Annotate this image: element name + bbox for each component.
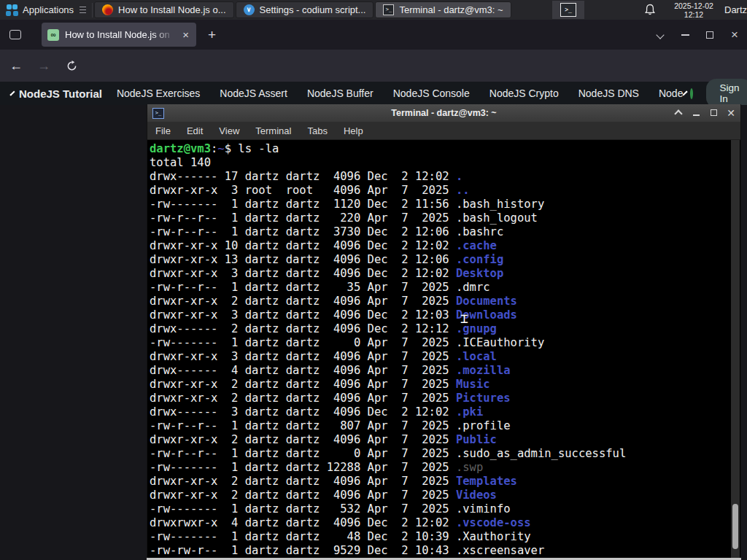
terminal-scrollbar[interactable]: [731, 140, 740, 558]
menu-view[interactable]: View: [211, 125, 247, 136]
menu-edit[interactable]: Edit: [179, 125, 211, 136]
terminal-content: dartz@vm3:~$ ls -la total 140 drwx------…: [147, 140, 740, 558]
nav-scroll-left-icon[interactable]: [9, 90, 15, 96]
gfg-favicon: ∞: [47, 29, 59, 41]
terminal-icon: >_: [383, 4, 394, 15]
xubuntu-logo-icon: [6, 4, 18, 16]
close-icon[interactable]: ✕: [726, 108, 736, 118]
browser-close-button[interactable]: ×: [722, 20, 747, 50]
file-name: .cache: [456, 239, 497, 252]
file-name: .config: [456, 253, 503, 266]
file-name: Music: [456, 378, 490, 391]
clock-date: 2025-12-02: [667, 1, 720, 10]
mouse-ibeam-cursor: ⌶: [460, 311, 468, 326]
scrollbar-thumb[interactable]: [732, 504, 738, 549]
file-name: .ICEauthority: [456, 336, 544, 349]
minimize-icon: [681, 34, 689, 36]
top-panel: Applications How to Install Node.js o...…: [0, 0, 747, 20]
file-name: Documents: [456, 295, 517, 308]
nav-link-console[interactable]: NodeJS Console: [393, 88, 470, 99]
file-name: Pictures: [456, 392, 511, 405]
file-name: Templates: [456, 475, 517, 488]
taskbar-button-terminal[interactable]: >_ Terminal - dartz@vm3: ~: [375, 1, 511, 18]
terminal-window: >_ Terminal - dartz@vm3: ~ ✕ File Edit V…: [147, 104, 741, 558]
browser-minimize-button[interactable]: [673, 20, 697, 50]
minimize-icon[interactable]: [693, 114, 700, 116]
file-name: Videos: [456, 489, 497, 502]
nav-link-dns[interactable]: NodeJS DNS: [578, 88, 639, 99]
nav-link-buffer[interactable]: NodeJS Buffer: [307, 88, 374, 99]
terminal-titlebar[interactable]: >_ Terminal - dartz@vm3: ~ ✕: [147, 104, 740, 122]
taskbar-button-codium[interactable]: ∨ Settings - codium script...: [236, 1, 374, 18]
taskbar-button-title: How to Install Node.js o...: [118, 4, 225, 15]
sign-in-button[interactable]: Sign In: [706, 79, 747, 108]
firefox-view-icon[interactable]: [9, 30, 21, 39]
applications-label: Applications: [23, 4, 74, 15]
notification-bell-icon[interactable]: [644, 4, 656, 16]
desktop: Applications How to Install Node.js o...…: [0, 0, 747, 560]
search-icon[interactable]: [690, 88, 693, 99]
file-name: Public: [456, 433, 497, 446]
taskbar-button-firefox[interactable]: How to Install Node.js o...: [94, 1, 233, 18]
browser-maximize-button[interactable]: [697, 20, 722, 50]
file-name: .xscreensaver: [456, 544, 544, 557]
menu-tabs[interactable]: Tabs: [299, 125, 335, 136]
tab-title: How to Install Node.js on: [65, 29, 175, 40]
terminal-launcher[interactable]: >_: [552, 1, 584, 19]
file-name: .bash_logout: [456, 211, 538, 225]
file-name: .bashrc: [456, 225, 503, 238]
reload-button[interactable]: [60, 54, 83, 77]
forward-button[interactable]: →: [32, 54, 55, 77]
nav-link-assert[interactable]: NodeJS Assert: [220, 88, 287, 99]
codium-icon: ∨: [244, 4, 255, 15]
user-menu[interactable]: Dartz: [724, 4, 747, 15]
file-name: ..: [456, 184, 470, 197]
file-name: .bash_history: [456, 198, 544, 211]
firefox-tab-bar: ∞ How to Install Node.js on × + ×: [0, 20, 747, 50]
file-name: .mozilla: [456, 364, 511, 377]
applications-menu-button[interactable]: Applications: [0, 0, 92, 20]
file-name: .: [456, 170, 462, 183]
shade-icon[interactable]: [674, 109, 682, 117]
tab-close-icon[interactable]: ×: [181, 28, 190, 41]
list-tabs-button[interactable]: [648, 20, 673, 50]
firefox-toolbar: ← → https://www.geeksforgeeks.org/node-j…: [0, 50, 747, 82]
taskbar: How to Install Node.js o... ∨ Settings -…: [93, 0, 511, 20]
menu-lines-icon: [80, 7, 86, 13]
menu-file[interactable]: File: [147, 125, 179, 136]
terminal-title: Terminal - dartz@vm3: ~: [147, 108, 740, 118]
site-navbar: NodeJS Tutorial NodeJS Exercises NodeJS …: [0, 82, 747, 105]
terminal-menubar: File Edit View Terminal Tabs Help: [147, 122, 740, 140]
file-name: .pki: [456, 405, 483, 419]
nav-link-crypto[interactable]: NodeJS Crypto: [489, 88, 559, 99]
clock-time: 12:12: [667, 10, 720, 19]
menu-terminal[interactable]: Terminal: [247, 125, 299, 136]
clock[interactable]: 2025-12-02 12:12: [667, 1, 720, 20]
file-name: Desktop: [456, 267, 503, 280]
taskbar-button-title: Settings - codium script...: [260, 4, 366, 15]
taskbar-button-title: Terminal - dartz@vm3: ~: [399, 4, 503, 15]
browser-tab[interactable]: ∞ How to Install Node.js on ×: [42, 23, 196, 47]
file-name: .viminfo: [456, 502, 511, 516]
maximize-icon: [706, 31, 713, 39]
file-name: .Xauthority: [456, 530, 531, 543]
file-name: .vscode-oss: [456, 516, 531, 529]
nav-link-exercises[interactable]: NodeJS Exercises: [117, 88, 200, 99]
new-tab-button[interactable]: +: [208, 27, 216, 43]
terminal-launcher-icon: >_: [560, 3, 576, 17]
file-name: .local: [456, 350, 497, 363]
nav-scroll-right-icon[interactable]: [683, 90, 688, 96]
firefox-icon: [102, 4, 113, 15]
file-name: .profile: [456, 419, 511, 432]
file-name: .sudo_as_admin_successful: [456, 447, 626, 460]
close-icon: ×: [731, 28, 738, 41]
back-button[interactable]: ←: [4, 54, 28, 77]
file-name: .swp: [456, 461, 483, 474]
chevron-down-icon: [656, 31, 664, 39]
file-name: .dmrc: [456, 281, 490, 294]
nav-link-clipped[interactable]: Node: [659, 88, 683, 99]
nav-link-tutorial[interactable]: NodeJS Tutorial: [19, 88, 102, 100]
maximize-icon[interactable]: [711, 109, 717, 116]
terminal-output: dartz@vm3:~$ ls -la total 140 drwx------…: [147, 140, 740, 558]
menu-help[interactable]: Help: [336, 125, 371, 136]
